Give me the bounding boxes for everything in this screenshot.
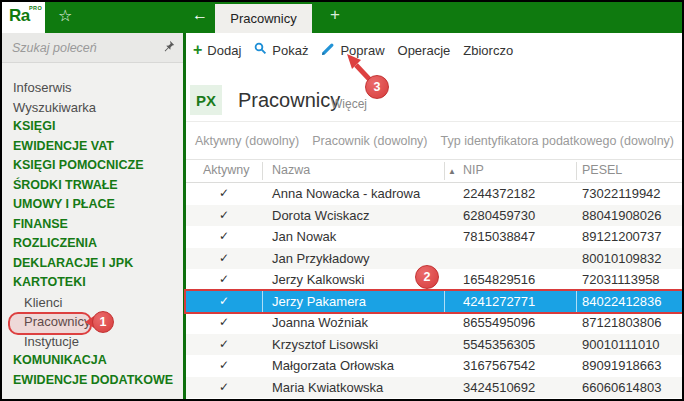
edit-button-label: Popraw — [340, 43, 384, 58]
column-header-aktywny[interactable]: Aktywny — [203, 163, 250, 177]
plus-icon: + — [193, 43, 202, 57]
operations-button[interactable]: Operacje — [398, 43, 451, 58]
active-check-icon: ✓ — [186, 355, 262, 377]
app-window: Ra PRO ☆ ← Pracownicy + Infoserwis Wyszu… — [0, 0, 684, 401]
active-check-icon: ✓ — [186, 312, 262, 334]
cell-pesel: 87121803806 — [582, 312, 662, 334]
cell-nip: 1654829516 — [463, 269, 535, 291]
app-logo-sup: PRO — [29, 5, 42, 11]
sidebar-nav: Infoserwis Wyszukiwarka KSIĘGI EWIDENCJE… — [2, 78, 183, 390]
show-button-label: Pokaż — [272, 43, 308, 58]
table-row[interactable]: ✓ Anna Nowacka - kadrowa 2244372182 7302… — [186, 183, 682, 205]
edit-button[interactable]: Popraw — [321, 42, 384, 59]
main-panel: + Dodaj Pokaż Popraw Operacje Zbiorczo — [186, 33, 682, 399]
cell-name: Jerzy Kalkowski — [272, 269, 364, 291]
tab-pracownicy[interactable]: Pracownicy — [215, 4, 312, 33]
sidebar-item-deklaracje-i-jpk[interactable]: DEKLARACJE I JPK — [2, 254, 183, 274]
operations-button-label: Operacje — [398, 43, 451, 58]
column-divider — [444, 291, 445, 313]
table-row[interactable]: ✓ Dorota Wciskacz 6280459730 88041908026 — [186, 205, 682, 227]
cell-pesel: 72031113958 — [582, 269, 660, 291]
column-header-nazwa[interactable]: Nazwa — [272, 163, 310, 177]
cell-name: Maria Kwiatkowska — [272, 377, 383, 399]
module-code-badge: PX — [190, 85, 222, 115]
column-divider — [262, 162, 263, 180]
cell-pesel: 66060614803 — [582, 377, 662, 399]
cell-nip: 7815038847 — [463, 226, 535, 248]
table-row[interactable]: ✓ Jan Przykładowy 80010109832 — [186, 248, 682, 270]
table-row[interactable]: ✓ Joanna Woźniak 8655495096 87121803806 — [186, 312, 682, 334]
column-header-nip[interactable]: NIP — [463, 163, 484, 177]
active-check-icon: ✓ — [186, 248, 262, 270]
cell-name: Małgorzata Orłowska — [272, 355, 394, 377]
column-divider — [576, 291, 577, 313]
cell-nip: 3424510692 — [463, 377, 535, 399]
cell-pesel: 89091918663 — [582, 355, 662, 377]
annotation-badge-3: 3 — [365, 75, 389, 99]
cell-name: Joanna Woźniak — [272, 312, 368, 334]
new-tab-plus-icon[interactable]: + — [330, 5, 340, 25]
magnifier-icon — [254, 42, 267, 58]
show-button[interactable]: Pokaż — [254, 42, 308, 58]
cell-nip: 6280459730 — [463, 205, 535, 227]
add-button-label: Dodaj — [207, 43, 241, 58]
title-more-link[interactable]: Więcej — [331, 97, 367, 111]
page-title: Pracownicy — [238, 89, 340, 112]
sidebar-item-infoserwis[interactable]: Infoserwis — [2, 78, 183, 98]
sidebar: Infoserwis Wyszukiwarka KSIĘGI EWIDENCJE… — [2, 33, 183, 399]
sort-asc-icon: ▲ — [448, 167, 456, 176]
search-input[interactable] — [10, 40, 158, 56]
sidebar-item-klienci[interactable]: Klienci — [2, 293, 183, 313]
table-row[interactable]: ✓ Małgorzata Orłowska 3167567542 8909191… — [186, 355, 682, 377]
app-logo-text: Ra — [9, 6, 30, 26]
sidebar-item-rozliczenia[interactable]: ROZLICZENIA — [2, 234, 183, 254]
cell-name: Krzysztof Lisowski — [272, 334, 378, 356]
pin-icon[interactable] — [162, 39, 175, 57]
table-row[interactable]: ✓ Maria Kwiatkowska 3424510692 660606148… — [186, 377, 682, 399]
sidebar-item-komunikacja[interactable]: KOMUNIKACJA — [2, 351, 183, 371]
cell-nip: 5545356305 — [463, 334, 535, 356]
top-bar: Ra PRO ☆ ← Pracownicy + — [2, 2, 682, 33]
cell-nip: 4241272771 — [463, 291, 535, 313]
annotation-badge-1: 1 — [92, 311, 114, 333]
add-button[interactable]: + Dodaj — [193, 43, 241, 58]
sidebar-item-kartoteki[interactable]: KARTOTEKI — [2, 273, 183, 293]
cell-name: Anna Nowacka - kadrowa — [272, 183, 420, 205]
table-row[interactable]: ✓ Krzysztof Lisowski 5545356305 90010111… — [186, 334, 682, 356]
cell-pesel: 80010109832 — [582, 248, 662, 270]
sidebar-item-wyszukiwarka[interactable]: Wyszukiwarka — [2, 98, 183, 118]
filter-typ-identyfikatora[interactable]: Typ identyfikatora podatkowego (dowolny) — [441, 134, 674, 148]
command-search-row — [2, 33, 183, 63]
active-check-icon: ✓ — [186, 183, 262, 205]
active-check-icon: ✓ — [186, 334, 262, 356]
sidebar-item-ksiegi[interactable]: KSIĘGI — [2, 117, 183, 137]
table-row[interactable]: ✓ Jan Nowak 7815038847 89121200737 — [186, 226, 682, 248]
sidebar-item-ewidencje-vat[interactable]: EWIDENCJE VAT — [2, 137, 183, 157]
sidebar-item-umowy-i-place[interactable]: UMOWY I PŁACE — [2, 195, 183, 215]
favorites-star-icon[interactable]: ☆ — [58, 6, 72, 25]
filter-pracownik[interactable]: Pracownik (dowolny) — [312, 134, 427, 148]
cell-nip: 3167567542 — [463, 355, 535, 377]
sidebar-item-finanse[interactable]: FINANSE — [2, 215, 183, 235]
toolbar: + Dodaj Pokaż Popraw Operacje Zbiorczo — [186, 33, 682, 67]
filter-aktywny[interactable]: Aktywny (dowolny) — [195, 134, 299, 148]
app-logo[interactable]: Ra PRO — [2, 2, 45, 33]
sidebar-item-ewidencje-dodatkowe[interactable]: EWIDENCJE DODATKOWE — [2, 371, 183, 391]
column-header-pesel[interactable]: PESEL — [582, 163, 622, 177]
cell-name: Dorota Wciskacz — [272, 205, 370, 227]
back-arrow-icon[interactable]: ← — [192, 6, 208, 24]
column-divider — [262, 291, 263, 313]
table-row-selected[interactable]: ✓ Jerzy Pakamera 4241272771 84022412836 — [186, 291, 682, 313]
sidebar-item-srodki-trwale[interactable]: ŚRODKI TRWAŁE — [2, 176, 183, 196]
active-check-icon: ✓ — [186, 205, 262, 227]
annotation-highlight-oval — [8, 312, 92, 335]
cell-name: Jan Nowak — [272, 226, 336, 248]
sidebar-item-ksiegi-pomocnicze[interactable]: KSIĘGI POMOCNICZE — [2, 156, 183, 176]
pencil-icon — [321, 42, 335, 59]
active-check-icon: ✓ — [186, 269, 262, 291]
annotation-badge-2: 2 — [415, 265, 439, 289]
active-check-icon: ✓ — [186, 291, 262, 313]
cell-nip: 2244372182 — [463, 183, 535, 205]
bulk-button[interactable]: Zbiorczo — [463, 43, 513, 58]
cell-pesel: 89121200737 — [582, 226, 662, 248]
